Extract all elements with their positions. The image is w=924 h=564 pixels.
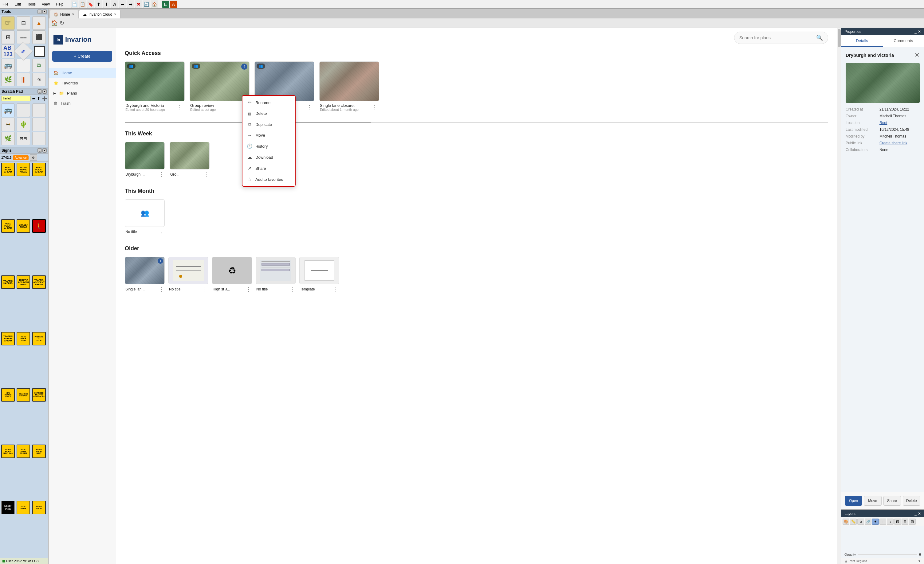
- sign-grader[interactable]: GRADERAHEAD: [16, 219, 30, 233]
- sign-plant[interactable]: ROADPLANTAHEAD: [32, 163, 46, 176]
- scratch-item-bus[interactable]: 🚌: [1, 103, 15, 117]
- older-thumb-4[interactable]: [256, 257, 296, 284]
- layers-btn-9[interactable]: ⊞: [902, 519, 908, 525]
- sign-new-roundabout[interactable]: NEWROUNDABOUT: [1, 388, 15, 402]
- tool-fence[interactable]: ⊟: [16, 16, 30, 30]
- sign-traffic-survey[interactable]: TRAFFICSURVEYAHEAD: [1, 332, 15, 346]
- toolbar-icon-excel[interactable]: E: [162, 1, 170, 8]
- layers-btn-2[interactable]: 📏: [850, 519, 857, 525]
- sign-road-plant-3[interactable]: ROADPLANTNEXT: [32, 444, 46, 458]
- sign-roadwork-1[interactable]: ROADWORKAHEAD: [1, 163, 15, 176]
- scratch-item-blank1[interactable]: [16, 103, 30, 117]
- layers-btn-10[interactable]: ⊟: [909, 519, 916, 525]
- scratch-item-blank2[interactable]: [32, 103, 46, 117]
- layers-close[interactable]: ✕: [918, 512, 921, 516]
- ctx-add-favorites[interactable]: ☆ Add to favorites: [243, 174, 295, 185]
- sign-roadwork-7[interactable]: ROADWORK: [16, 501, 30, 514]
- older-thumb-1[interactable]: 1: [125, 257, 165, 284]
- sign-changed-signals[interactable]: CHANGEDSIGNALS: [16, 388, 30, 402]
- prop-close-btn[interactable]: ✕: [915, 51, 920, 58]
- sidebar-item-favorites[interactable]: ⭐ Favorites: [48, 78, 116, 88]
- tool-qr[interactable]: ⬛: [32, 30, 46, 44]
- older-thumb-5[interactable]: [299, 257, 339, 284]
- scratch-left-arrow[interactable]: ⬅: [32, 96, 36, 101]
- tool-rect[interactable]: [34, 46, 45, 57]
- sign-worker[interactable]: 🚶: [32, 219, 46, 233]
- layers-btn-6[interactable]: ↑: [879, 519, 886, 525]
- advance-btn[interactable]: Advance: [13, 156, 28, 160]
- search-bar[interactable]: 🔍: [734, 31, 828, 44]
- layers-minimize[interactable]: _: [915, 512, 916, 516]
- ctx-delete[interactable]: 🗑 Delete: [243, 108, 295, 119]
- older-menu-5[interactable]: ⋮: [333, 286, 339, 293]
- menu-help[interactable]: Help: [55, 1, 65, 7]
- ctx-history[interactable]: 🕐 History: [243, 141, 295, 152]
- toolbar-icon-app[interactable]: A: [170, 1, 177, 8]
- prop-value-location[interactable]: Root: [879, 121, 887, 125]
- tool-lines[interactable]: |||: [16, 73, 30, 86]
- tool-blank[interactable]: [16, 58, 30, 72]
- tab-comments[interactable]: Comments: [883, 35, 924, 47]
- sign-traffic-accident[interactable]: TRAFFICACCIDENTAHEAD: [16, 275, 30, 289]
- layers-btn-3[interactable]: ⚙: [857, 519, 864, 525]
- older-menu-4[interactable]: ⋮: [290, 286, 295, 293]
- ctx-duplicate[interactable]: ⧉ Duplicate: [243, 119, 295, 130]
- tab-home-close[interactable]: ✕: [72, 13, 74, 16]
- scratch-item-texture1[interactable]: 🌿: [1, 132, 15, 145]
- scratch-add[interactable]: ➕: [42, 96, 47, 101]
- sign-roadwork-oos[interactable]: ROADWORKON SIDE: [16, 444, 30, 458]
- layers-btn-5[interactable]: +: [872, 519, 879, 525]
- scratch-item-sign1[interactable]: 🚧: [1, 118, 15, 131]
- menu-view[interactable]: View: [40, 1, 51, 7]
- plan-thumb-dryburgh[interactable]: 👥: [125, 61, 184, 101]
- tab-details[interactable]: Details: [842, 35, 883, 47]
- toolbar-icon-3[interactable]: 🔖: [87, 1, 94, 8]
- nav-refresh-icon[interactable]: ↻: [60, 19, 64, 26]
- week-menu-1[interactable]: ⋮: [159, 171, 164, 178]
- layers-btn-1[interactable]: 🎨: [843, 519, 849, 525]
- menu-edit[interactable]: Edit: [13, 1, 22, 7]
- sign-road-2[interactable]: ROADWORKAHEAD: [16, 163, 30, 176]
- menu-tools[interactable]: Tools: [26, 1, 37, 7]
- plan-menu-btn-4[interactable]: ⋮: [370, 104, 379, 111]
- delete-button[interactable]: Delete: [903, 496, 920, 506]
- ctx-move[interactable]: → Move: [243, 130, 295, 141]
- layers-btn-7[interactable]: ↓: [887, 519, 894, 525]
- tool-layers[interactable]: ⧉: [32, 58, 46, 72]
- tool-bus[interactable]: 🚌: [1, 58, 15, 72]
- sign-roadwork-500[interactable]: ROADWORK500m: [16, 332, 30, 346]
- toolbar-icon-10[interactable]: 🏠: [151, 1, 158, 8]
- signs-close[interactable]: ✕: [42, 148, 47, 153]
- older-menu-1[interactable]: ⋮: [159, 286, 164, 293]
- scratch-up-arrow[interactable]: ⬆: [37, 96, 40, 101]
- menu-file[interactable]: File: [1, 1, 9, 7]
- toolbar-icon-7[interactable]: ⬅: [119, 1, 126, 8]
- signs-settings[interactable]: ⚙: [30, 154, 37, 160]
- tool-text[interactable]: AB123: [1, 45, 15, 58]
- older-thumb-3[interactable]: ♻: [212, 257, 252, 284]
- tools-minimize[interactable]: _: [38, 9, 42, 14]
- sidebar-item-trash[interactable]: 🗑 Trash: [48, 98, 116, 108]
- tool-map[interactable]: 🗺: [32, 73, 46, 86]
- sign-changed-conditions[interactable]: CHANGEDTRAFFICCONDITIONS: [32, 388, 46, 402]
- toolbar-icon-2[interactable]: 📋: [79, 1, 86, 8]
- share-button[interactable]: Share: [884, 496, 901, 506]
- tool-pointer[interactable]: ☞: [1, 16, 15, 30]
- layers-btn-8[interactable]: ⊡: [894, 519, 901, 525]
- scratch-item-tree[interactable]: 🌵: [16, 118, 30, 131]
- props-close[interactable]: ✕: [918, 30, 921, 34]
- vertical-scrollbar[interactable]: [837, 28, 841, 564]
- prop-value-publiclink[interactable]: Create share link: [879, 141, 908, 145]
- toolbar-icon-4[interactable]: ⬆: [95, 1, 102, 8]
- older-menu-2[interactable]: ⋮: [202, 286, 208, 293]
- search-input[interactable]: [740, 35, 816, 40]
- tools-close[interactable]: ✕: [42, 9, 47, 14]
- sign-traffic-hazard[interactable]: TRAFFICHAZARD: [1, 275, 15, 289]
- search-icon[interactable]: 🔍: [816, 34, 823, 41]
- tool-pen[interactable]: ✏: [14, 42, 33, 61]
- sign-accident-2[interactable]: TRAFFICACCIDENTAHEAD: [32, 275, 46, 289]
- plan-thumb-singlelane[interactable]: [319, 61, 379, 101]
- sign-next-2km[interactable]: NEXT2km: [1, 501, 15, 514]
- scratch-item-fence[interactable]: ⊟⊟: [16, 132, 30, 145]
- create-button[interactable]: + Create: [52, 51, 112, 62]
